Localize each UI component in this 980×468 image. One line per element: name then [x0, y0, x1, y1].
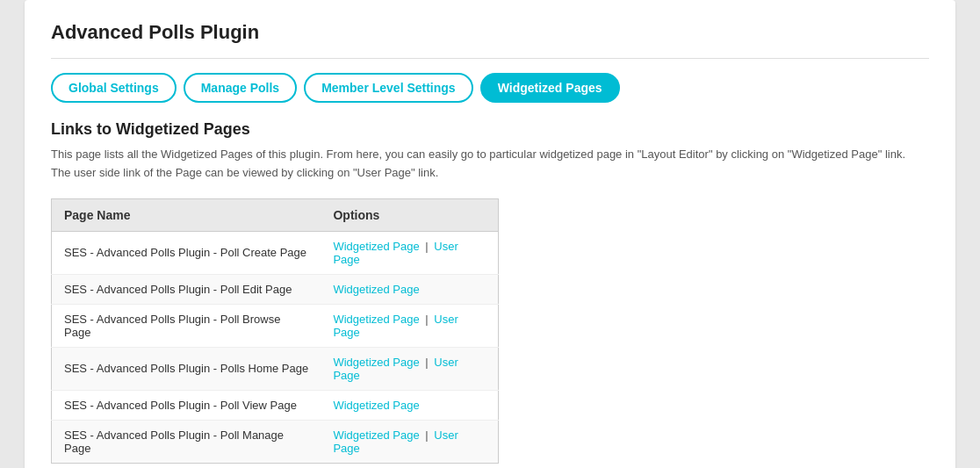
cell-page-name: SES - Advanced Polls Plugin - Poll Brows…	[52, 304, 321, 347]
tab-global-settings[interactable]: Global Settings	[51, 73, 177, 103]
cell-page-name: SES - Advanced Polls Plugin - Poll Manag…	[52, 420, 321, 463]
widgetized-page-link[interactable]: Widgetized Page	[333, 283, 419, 296]
cell-options: Widgetized Page	[321, 390, 498, 420]
divider	[51, 58, 929, 59]
tab-bar: Global SettingsManage PollsMember Level …	[51, 73, 929, 103]
section-description: This page lists all the Widgetized Pages…	[51, 146, 929, 183]
widgetized-page-link[interactable]: Widgetized Page	[333, 356, 419, 369]
tab-manage-polls[interactable]: Manage Polls	[184, 73, 297, 103]
tab-member-level-settings[interactable]: Member Level Settings	[304, 73, 473, 103]
link-separator: |	[422, 240, 432, 253]
table-row: SES - Advanced Polls Plugin - Poll Manag…	[52, 420, 499, 463]
main-card: Advanced Polls Plugin Global SettingsMan…	[25, 0, 955, 468]
table-row: SES - Advanced Polls Plugin - Poll View …	[52, 390, 499, 420]
widgetized-page-link[interactable]: Widgetized Page	[333, 313, 419, 326]
cell-options: Widgetized Page | User Page	[321, 231, 498, 274]
cell-page-name: SES - Advanced Polls Plugin - Poll Edit …	[52, 274, 321, 304]
cell-options: Widgetized Page	[321, 274, 498, 304]
table-row: SES - Advanced Polls Plugin - Poll Edit …	[52, 274, 499, 304]
widgetized-pages-table: Page Name Options SES - Advanced Polls P…	[51, 198, 499, 464]
col-page-name: Page Name	[52, 198, 321, 231]
table-row: SES - Advanced Polls Plugin - Poll Brows…	[52, 304, 499, 347]
link-separator: |	[422, 356, 432, 369]
cell-page-name: SES - Advanced Polls Plugin - Poll View …	[52, 390, 321, 420]
link-separator: |	[422, 428, 432, 442]
cell-options: Widgetized Page | User Page	[321, 420, 498, 463]
table-row: SES - Advanced Polls Plugin - Poll Creat…	[52, 231, 499, 274]
table-header-row: Page Name Options	[52, 198, 499, 231]
widgetized-page-link[interactable]: Widgetized Page	[333, 240, 419, 253]
cell-page-name: SES - Advanced Polls Plugin - Polls Home…	[52, 347, 321, 390]
widgetized-page-link[interactable]: Widgetized Page	[333, 428, 419, 442]
widgetized-page-link[interactable]: Widgetized Page	[333, 399, 419, 412]
tab-widgetized-pages[interactable]: Widgetized Pages	[480, 73, 620, 103]
cell-options: Widgetized Page | User Page	[321, 347, 498, 390]
link-separator: |	[422, 313, 432, 326]
table-row: SES - Advanced Polls Plugin - Polls Home…	[52, 347, 499, 390]
section-title: Links to Widgetized Pages	[51, 120, 929, 139]
cell-options: Widgetized Page | User Page	[321, 304, 498, 347]
col-options: Options	[321, 198, 498, 231]
page-title: Advanced Polls Plugin	[51, 21, 929, 44]
cell-page-name: SES - Advanced Polls Plugin - Poll Creat…	[52, 231, 321, 274]
